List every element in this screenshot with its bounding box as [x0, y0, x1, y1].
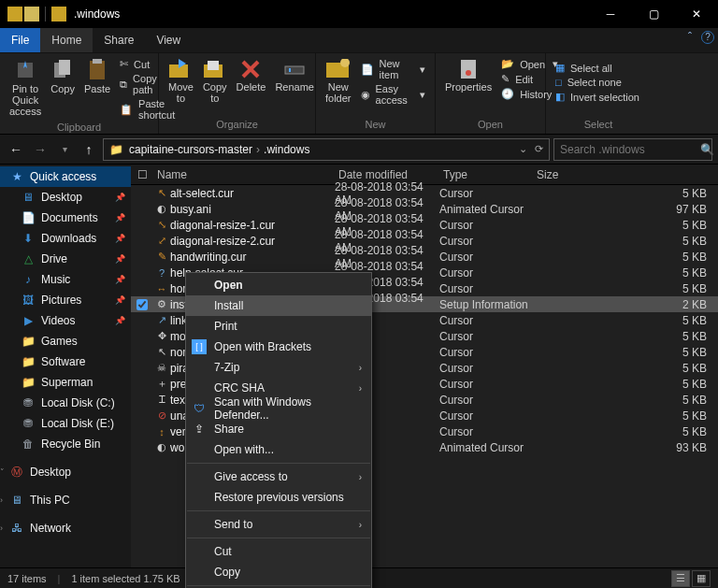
share-icon: ⇪ [192, 422, 207, 437]
maximize-button[interactable]: ▢ [632, 0, 675, 28]
paste-button[interactable]: Paste [80, 55, 114, 98]
ctx-install[interactable]: Install [186, 295, 371, 316]
sidebar-item[interactable]: △Drive📌 [0, 249, 131, 269]
sidebar-item[interactable]: ⛃Local Disk (E:) [0, 413, 131, 434]
ctx-7zip[interactable]: 7-Zip› [186, 357, 371, 378]
sidebar-item-thispc[interactable]: ›🖥This PC [0, 490, 131, 510]
sidebar-item-network[interactable]: ›🖧Network [0, 518, 131, 538]
new-folder-button[interactable]: New folder [322, 55, 355, 108]
tab-view[interactable]: View [145, 28, 192, 52]
sidebar-item[interactable]: 📁Software [0, 351, 131, 372]
up-button[interactable]: ↑ [79, 142, 99, 157]
qat-icon[interactable] [24, 7, 39, 22]
col-name[interactable]: Name [153, 168, 335, 181]
refresh-icon[interactable]: ⟳ [535, 143, 543, 155]
folder-icon: ⛃ [21, 416, 36, 431]
copy-button[interactable]: Copy [47, 55, 79, 98]
recent-dropdown[interactable]: ▾ [54, 144, 75, 154]
qat-icon-2[interactable] [51, 7, 66, 22]
sidebar-item[interactable]: ⬇Downloads📌 [0, 228, 131, 249]
col-size[interactable]: Size [533, 168, 718, 181]
sidebar-item-label: Documents [41, 211, 98, 224]
delete-button[interactable]: Delete [233, 55, 270, 96]
help-icon[interactable]: ? [701, 31, 714, 44]
sidebar-item-label: Videos [41, 314, 75, 327]
ctx-cut[interactable]: Cut [186, 541, 371, 562]
folder-icon: ▶ [21, 313, 36, 328]
sidebar-item[interactable]: ♪Music📌 [0, 269, 131, 290]
sidebar-item-desktop[interactable]: ˅ⓂDesktop [0, 462, 131, 482]
pin-icon: 📌 [115, 316, 125, 325]
checkbox-header[interactable]: ☐ [131, 168, 153, 181]
search-input[interactable] [560, 143, 700, 156]
row-checkbox[interactable] [136, 299, 148, 310]
ctx-give-access[interactable]: Give access to› [186, 466, 371, 487]
ribbon-collapse-icon[interactable]: ˆ [682, 31, 697, 44]
pin-to-quick-access-button[interactable]: Pin to Quick access [6, 55, 45, 121]
ctx-send-to[interactable]: Send to› [186, 514, 371, 535]
address-bar[interactable]: 📁 capitaine-cursors-master›.windows ⌄⟳ [103, 138, 550, 161]
ctx-defender[interactable]: 🛡Scan with Windows Defender... [186, 398, 371, 419]
new-item-button[interactable]: 📄New item▾ [357, 57, 429, 81]
sidebar-item-label: Local Disk (C:) [41, 396, 115, 409]
tab-file[interactable]: File [0, 28, 40, 52]
file-icon: ＋ [153, 377, 170, 391]
folder-icon: △ [21, 251, 36, 266]
move-to-button[interactable]: Move to [165, 55, 197, 108]
ctx-open[interactable]: Open [186, 275, 371, 295]
view-details-button[interactable]: ☰ [671, 570, 690, 587]
tab-share[interactable]: Share [93, 28, 145, 52]
forward-button[interactable]: → [30, 142, 50, 157]
device-icon: Ⓜ [9, 465, 24, 480]
sidebar-item[interactable]: ⛃Local Disk (C:) [0, 393, 131, 413]
ctx-restore-versions[interactable]: Restore previous versions [186, 487, 371, 508]
group-label-select: Select [552, 119, 645, 132]
ctx-open-with-brackets[interactable]: [ ]Open with Brackets [186, 337, 371, 357]
breadcrumb-current[interactable]: .windows [264, 143, 309, 156]
back-button[interactable]: ← [6, 142, 26, 157]
select-none-button[interactable]: □Select none [552, 76, 643, 89]
sidebar-quick-access[interactable]: ★Quick access [0, 166, 131, 187]
close-button[interactable]: ✕ [675, 0, 718, 28]
sidebar-item[interactable]: 📄Documents📌 [0, 208, 131, 228]
addr-dropdown-icon[interactable]: ⌄ [519, 143, 527, 155]
group-label-new: New [322, 119, 429, 132]
file-size: 5 KB [533, 346, 718, 359]
easy-access-button[interactable]: ◉Easy access▾ [357, 82, 429, 107]
sidebar-item[interactable]: 📁Superman [0, 372, 131, 393]
col-type[interactable]: Type [439, 168, 533, 181]
ctx-copy[interactable]: Copy [186, 562, 371, 582]
folder-icon: 📁 [21, 375, 36, 390]
properties-button[interactable]: Properties [441, 55, 495, 96]
file-icon: ⊘ [153, 409, 170, 422]
sidebar-item[interactable]: 🖥Desktop📌 [0, 187, 131, 208]
svg-rect-3 [59, 60, 70, 75]
invert-selection-button[interactable]: ◧Invert selection [552, 90, 643, 104]
file-icon: ? [153, 267, 170, 279]
col-date[interactable]: Date modified [335, 168, 439, 181]
folder-icon: 🗑 [21, 437, 36, 452]
view-large-button[interactable]: ▦ [692, 570, 711, 587]
pin-icon: 📌 [115, 213, 125, 222]
ctx-open-with[interactable]: Open with... [186, 439, 371, 460]
copy-to-button[interactable]: Copy to [199, 55, 231, 108]
history-icon: 🕘 [501, 88, 514, 100]
ctx-print[interactable]: Print [186, 316, 371, 337]
sidebar-item[interactable]: 📁Games [0, 331, 131, 351]
sidebar-item-label: Software [41, 355, 85, 368]
minimize-button[interactable]: ─ [589, 0, 632, 28]
breadcrumb-parent[interactable]: capitaine-cursors-master [129, 143, 252, 156]
sidebar-item[interactable]: ▶Videos📌 [0, 310, 131, 331]
file-name: diagonal-resize-2.cur [170, 235, 335, 248]
select-all-button[interactable]: ▦Select all [552, 61, 643, 75]
ctx-share[interactable]: ⇪Share [186, 419, 371, 439]
rename-button[interactable]: Rename [271, 55, 318, 96]
sidebar-item[interactable]: 🖼Pictures📌 [0, 290, 131, 310]
search-icon[interactable]: 🔍 [700, 143, 714, 156]
file-type: Cursor [439, 330, 533, 343]
file-size: 5 KB [533, 251, 718, 264]
file-icon: Ꮖ [153, 394, 170, 406]
sidebar-item[interactable]: 🗑Recycle Bin [0, 434, 131, 454]
search-box[interactable]: 🔍 [553, 138, 712, 161]
tab-home[interactable]: Home [40, 28, 93, 52]
